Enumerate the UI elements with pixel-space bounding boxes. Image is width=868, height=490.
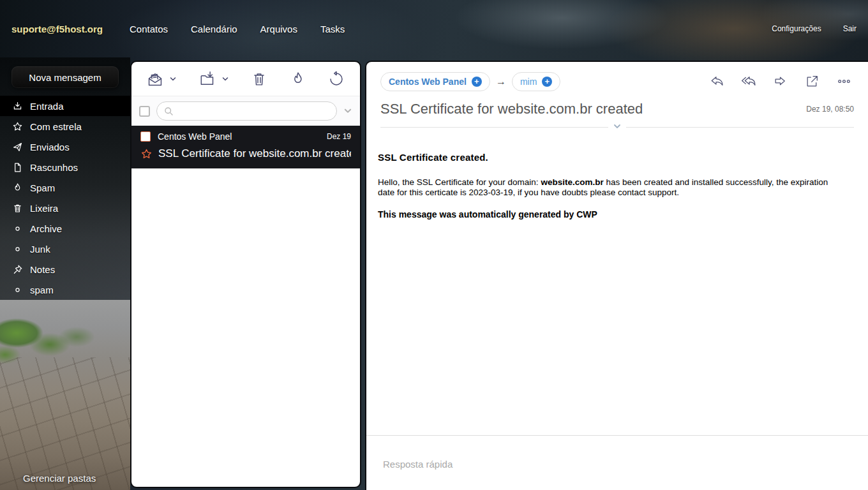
- folder-label: Com estrela: [30, 121, 82, 132]
- search-box[interactable]: [156, 101, 337, 121]
- inbox-icon: [11, 100, 23, 112]
- recipient-name: mim: [520, 77, 537, 87]
- quick-reply-input[interactable]: [383, 459, 702, 470]
- folder-label: Spam: [30, 182, 55, 193]
- top-bar-right: Configurações Sair: [772, 24, 857, 33]
- add-contact-icon[interactable]: +: [472, 77, 482, 87]
- account-email: suporte@f5host.org: [11, 24, 103, 34]
- chevron-down-icon: [221, 75, 229, 83]
- sender-pill[interactable]: Centos Web Panel +: [380, 72, 490, 91]
- forward-icon: [773, 74, 788, 89]
- more-options-button[interactable]: [837, 74, 851, 89]
- sidebar-item-spam2[interactable]: spam: [0, 279, 130, 300]
- sidebar-item-com-estrela[interactable]: Com estrela: [0, 116, 130, 137]
- open-external-button[interactable]: [805, 74, 819, 89]
- body-heading: SSL Certificate created.: [378, 152, 857, 163]
- domain-name: website.com.br: [541, 177, 603, 187]
- flag-star-icon[interactable]: [140, 148, 153, 160]
- sidebar-item-junk[interactable]: Junk: [0, 239, 130, 259]
- sidebar-item-archive[interactable]: Archive: [0, 218, 130, 239]
- paper-plane-icon: [11, 141, 23, 152]
- more-options-icon: [837, 74, 851, 89]
- message-actions: [709, 74, 851, 89]
- trash-icon: [11, 202, 23, 214]
- message-sender: Centos Web Panel: [158, 131, 232, 142]
- delete-button[interactable]: [251, 71, 267, 87]
- recipient-pill[interactable]: mim +: [512, 72, 560, 91]
- message-list-item[interactable]: Centos Web Panel Dez 19 SSL Certificate …: [131, 126, 360, 168]
- reply-all-icon: [741, 74, 756, 89]
- nav-item-contatos[interactable]: Contatos: [130, 24, 168, 34]
- refresh-icon: [328, 71, 345, 87]
- quick-reply-area: [366, 435, 868, 490]
- reply-button[interactable]: [709, 74, 724, 89]
- folder-label: Junk: [30, 244, 50, 255]
- sidebar-item-rascunhos[interactable]: Rascunhos: [0, 157, 130, 177]
- message-body: SSL Certificate created. Hello, the SSL …: [366, 128, 868, 435]
- reading-pane: Centos Web Panel + → mim +: [365, 61, 868, 490]
- logout-link[interactable]: Sair: [843, 24, 857, 33]
- fire-icon: [11, 182, 23, 193]
- file-icon: [11, 161, 23, 173]
- forward-button[interactable]: [773, 74, 788, 89]
- chevron-down-icon: [613, 122, 622, 131]
- add-contact-icon[interactable]: +: [542, 77, 552, 87]
- expand-details-button[interactable]: [608, 122, 626, 133]
- search-input[interactable]: [178, 107, 330, 116]
- mail-read-icon: [147, 71, 163, 87]
- settings-link[interactable]: Configurações: [772, 24, 821, 33]
- folder-label: spam: [30, 285, 54, 295]
- folder-label: Entrada: [30, 101, 64, 112]
- sidebar-item-entrada[interactable]: Entrada: [0, 96, 130, 116]
- sidebar-item-lixeira[interactable]: Lixeira: [0, 198, 130, 218]
- search-icon: [163, 106, 174, 117]
- nav-item-tasks[interactable]: Tasks: [320, 24, 345, 34]
- body-footer: This message was automatically generated…: [378, 209, 857, 219]
- compose-button[interactable]: Nova mensagem: [11, 66, 119, 88]
- nav-item-calendario[interactable]: Calendário: [191, 24, 237, 34]
- reading-header: Centos Web Panel + → mim +: [366, 62, 868, 128]
- folder-label: Archive: [30, 223, 62, 234]
- trash-icon: [251, 71, 267, 87]
- select-all-checkbox[interactable]: [139, 106, 150, 117]
- star-icon: [11, 121, 23, 132]
- move-message-button[interactable]: [199, 71, 216, 87]
- reply-all-button[interactable]: [741, 74, 756, 89]
- folder-label: Rascunhos: [30, 162, 78, 173]
- sidebar-item-notes[interactable]: Notes: [0, 259, 130, 279]
- chevron-down-icon: [169, 75, 177, 83]
- message-list-panel: Centos Web Panel Dez 19 SSL Certificate …: [130, 61, 361, 488]
- folder-move-icon: [199, 71, 216, 87]
- pushpin-icon: [11, 264, 23, 275]
- mark-read-button[interactable]: [147, 71, 163, 87]
- top-navigation: Contatos Calendário Arquivos Tasks: [130, 24, 345, 34]
- message-date: Dez 19: [327, 132, 351, 141]
- folder-sidebar: Nova mensagem Entrada Com estrela Enviad…: [0, 57, 130, 490]
- dot-icon: [11, 284, 23, 295]
- list-toolbar: [131, 62, 360, 96]
- move-menu-button[interactable]: [221, 75, 229, 83]
- sidebar-item-enviados[interactable]: Enviados: [0, 137, 130, 157]
- sidebar-item-spam[interactable]: Spam: [0, 177, 130, 198]
- manage-folders-link[interactable]: Gerenciar pastas: [23, 473, 96, 484]
- chevron-down-icon: [343, 107, 352, 115]
- folder-list: Entrada Com estrela Enviados Rascunhos S…: [0, 96, 130, 300]
- open-external-icon: [805, 74, 819, 89]
- sender-name: Centos Web Panel: [389, 77, 467, 87]
- refresh-button[interactable]: [328, 71, 345, 87]
- mark-read-menu-button[interactable]: [169, 75, 177, 83]
- to-arrow: →: [496, 76, 506, 87]
- dot-icon: [11, 223, 23, 234]
- dot-icon: [11, 243, 23, 255]
- header-divider: [380, 127, 854, 128]
- reply-icon: [709, 74, 724, 89]
- folder-label: Enviados: [30, 142, 70, 152]
- search-options-button[interactable]: [343, 107, 352, 115]
- top-bar: suporte@f5host.org Contatos Calendário A…: [0, 0, 868, 57]
- message-checkbox[interactable]: [140, 131, 151, 142]
- nav-item-arquivos[interactable]: Arquivos: [260, 24, 297, 34]
- list-search-row: [131, 96, 360, 126]
- folder-label: Notes: [30, 264, 55, 275]
- junk-button[interactable]: [290, 71, 306, 87]
- message-subject-title: SSL Certificate for website.com.br creat…: [380, 101, 643, 117]
